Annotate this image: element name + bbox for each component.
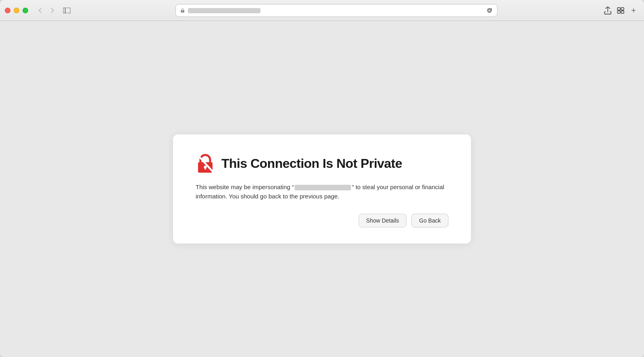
toolbar-right: + bbox=[602, 5, 639, 16]
svg-rect-5 bbox=[621, 11, 624, 13]
go-back-button[interactable]: Go Back bbox=[411, 214, 448, 227]
address-text bbox=[188, 7, 483, 13]
sidebar-toggle-button[interactable] bbox=[61, 5, 72, 16]
address-bar[interactable] bbox=[175, 4, 497, 17]
show-details-button[interactable]: Show Details bbox=[359, 214, 407, 227]
share-button[interactable] bbox=[602, 5, 613, 16]
reload-button[interactable] bbox=[486, 7, 493, 14]
svg-rect-0 bbox=[63, 8, 70, 13]
titlebar: + bbox=[0, 0, 644, 21]
description-prefix: This website may be impersonating “ bbox=[196, 184, 294, 190]
error-title: This Connection Is Not Private bbox=[221, 156, 402, 171]
browser-window: + bbox=[0, 0, 644, 357]
domain-redacted bbox=[295, 185, 351, 190]
back-button[interactable] bbox=[35, 5, 46, 16]
svg-rect-4 bbox=[617, 11, 620, 13]
address-lock-icon bbox=[180, 8, 186, 13]
new-tab-button[interactable]: + bbox=[628, 5, 639, 16]
traffic-lights bbox=[5, 8, 28, 13]
address-redacted bbox=[188, 8, 260, 13]
close-button[interactable] bbox=[5, 8, 10, 13]
nav-buttons bbox=[35, 5, 58, 16]
not-secure-icon bbox=[196, 154, 215, 173]
maximize-button[interactable] bbox=[23, 8, 28, 13]
error-description: This website may be impersonating “” to … bbox=[196, 183, 448, 201]
svg-rect-2 bbox=[617, 8, 620, 10]
error-actions: Show Details Go Back bbox=[196, 214, 448, 227]
error-header: This Connection Is Not Private bbox=[196, 154, 448, 173]
forward-button[interactable] bbox=[47, 5, 58, 16]
tab-overview-button[interactable] bbox=[615, 5, 626, 16]
svg-rect-9 bbox=[204, 167, 206, 169]
minimize-button[interactable] bbox=[14, 8, 19, 13]
page-content: This Connection Is Not Private This webs… bbox=[0, 21, 644, 357]
svg-rect-3 bbox=[621, 8, 624, 10]
error-card: This Connection Is Not Private This webs… bbox=[173, 134, 471, 244]
